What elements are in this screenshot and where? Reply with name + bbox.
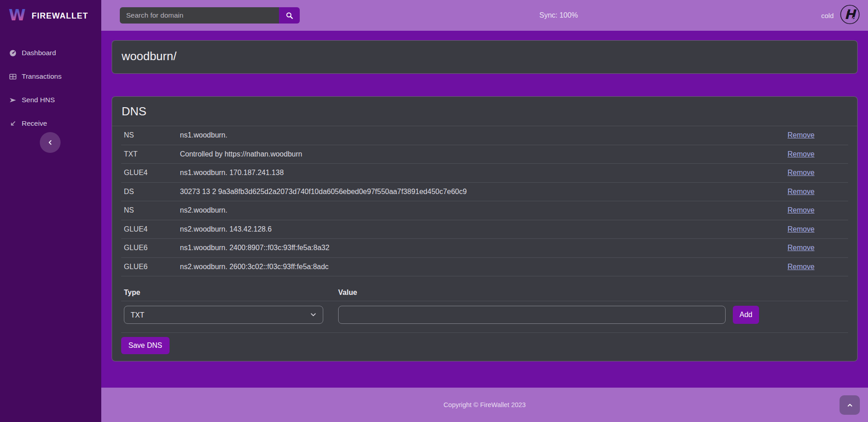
copyright-text: Copyright © FireWallet 2023 — [443, 401, 526, 408]
sidebar-item-label: Transactions — [22, 72, 61, 81]
dns-record-row: TXT Controlled by https://nathan.woodbur… — [121, 145, 848, 164]
dns-record-remove[interactable]: Remove — [788, 206, 815, 214]
dns-record-remove[interactable]: Remove — [788, 150, 815, 158]
dns-record-remove-cell: Remove — [788, 263, 848, 271]
svg-text:W: W — [9, 6, 26, 24]
sidebar-item-send-hns[interactable]: Send HNS — [0, 88, 101, 112]
sidebar-item-dashboard[interactable]: Dashboard — [0, 41, 101, 65]
dns-record-remove[interactable]: Remove — [788, 244, 815, 251]
dns-record-remove-cell: Remove — [788, 131, 848, 139]
wallet-name: cold — [821, 12, 834, 19]
dns-record-type: NS — [121, 131, 180, 139]
dns-table: NS ns1.woodburn. Remove TXT Controlled b… — [121, 126, 848, 333]
sidebar-nav: Dashboard Transactions Send HNS — [0, 41, 101, 135]
topbar: Sync: 100% cold H — [101, 0, 868, 31]
dns-card: DNS NS ns1.woodburn. Remove TXT Controll… — [112, 96, 858, 361]
dns-record-row: GLUE6 ns1.woodburn. 2400:8907::f03c:93ff… — [121, 239, 848, 258]
footer: Copyright © FireWallet 2023 — [101, 388, 868, 422]
search-button[interactable] — [279, 7, 300, 24]
dns-record-row: GLUE6 ns2.woodburn. 2600:3c02::f03c:93ff… — [121, 258, 848, 277]
value-column-header: Value — [338, 289, 848, 297]
dns-record-type: GLUE6 — [121, 263, 180, 271]
dns-records: NS ns1.woodburn. Remove TXT Controlled b… — [121, 126, 848, 276]
main-content: woodburn/ DNS NS ns1.woodburn. Remove TX… — [101, 31, 868, 388]
dns-record-value: ns1.woodburn. — [180, 131, 788, 139]
dns-record-row: GLUE4 ns1.woodburn. 170.187.241.138 Remo… — [121, 164, 848, 183]
dns-record-row: GLUE4 ns2.woodburn. 143.42.128.6 Remove — [121, 220, 848, 239]
dns-form-headers: Type Value — [121, 276, 848, 301]
dns-record-remove[interactable]: Remove — [788, 188, 815, 195]
type-select-cell: TXT — [121, 306, 338, 324]
chevron-up-icon — [847, 402, 853, 408]
dns-record-remove-cell: Remove — [788, 169, 848, 177]
dns-record-type: GLUE4 — [121, 225, 180, 233]
sidebar-collapse-button[interactable] — [40, 132, 61, 153]
sidebar-item-label: Receive — [22, 119, 47, 128]
sidebar-item-label: Send HNS — [22, 96, 55, 104]
dns-record-remove-cell: Remove — [788, 225, 848, 233]
dns-record-type: DS — [121, 188, 180, 196]
dns-record-remove-cell: Remove — [788, 188, 848, 196]
record-type-select[interactable]: TXT — [124, 306, 323, 324]
value-input-cell: Add — [338, 306, 848, 324]
dns-record-type: NS — [121, 206, 180, 214]
chevron-left-icon — [47, 139, 53, 146]
dns-record-remove[interactable]: Remove — [788, 131, 815, 139]
dns-record-type: GLUE4 — [121, 169, 180, 177]
dns-record-remove[interactable]: Remove — [788, 263, 815, 270]
brand[interactable]: W FIREWALLET — [0, 0, 101, 30]
sidebar-item-transactions[interactable]: Transactions — [0, 65, 101, 88]
handshake-hns-icon[interactable]: H — [840, 4, 860, 27]
wallet-area: cold H — [821, 0, 868, 31]
dns-record-remove-cell: Remove — [788, 244, 848, 252]
dns-record-value: ns1.woodburn. 2400:8907::f03c:93ff:fe5a:… — [180, 244, 788, 252]
transactions-table-icon — [9, 73, 17, 81]
save-dns-button[interactable]: Save DNS — [121, 337, 170, 354]
dns-record-row: DS 30273 13 2 9a3a8fb3d625d2a2073d740f10… — [121, 183, 848, 202]
dns-record-type: GLUE6 — [121, 244, 180, 252]
dns-record-value: Controlled by https://nathan.woodburn — [180, 150, 788, 158]
send-arrow-icon — [9, 96, 17, 104]
firewallet-app: W FIREWALLET Dashboard Trans — [0, 0, 868, 422]
dns-record-row: NS ns1.woodburn. Remove — [121, 126, 848, 145]
app-title: FIREWALLET — [32, 11, 88, 21]
dns-record-type: TXT — [121, 150, 180, 158]
firewallet-logo-icon: W — [8, 6, 26, 26]
dns-add-record-row: TXT Add — [121, 301, 848, 333]
svg-text:H: H — [844, 7, 857, 22]
domain-title-card: woodburn/ — [112, 40, 858, 74]
dns-record-remove-cell: Remove — [788, 150, 848, 158]
scroll-to-top-button[interactable] — [840, 395, 860, 415]
dns-record-remove-cell: Remove — [788, 206, 848, 214]
dns-record-remove[interactable]: Remove — [788, 225, 815, 233]
dns-record-value: ns2.woodburn. 143.42.128.6 — [180, 225, 788, 233]
add-record-button[interactable]: Add — [733, 306, 759, 324]
dashboard-gauge-icon — [9, 49, 17, 57]
dns-card-title: DNS — [112, 97, 857, 126]
dns-record-value: ns1.woodburn. 170.187.241.138 — [180, 169, 788, 177]
type-column-header: Type — [121, 289, 338, 297]
dns-record-value: 30273 13 2 9a3a8fb3d625d2a2073d740f10da6… — [180, 188, 788, 196]
domain-search-group — [120, 7, 300, 24]
dns-record-value: ns2.woodburn. 2600:3c02::f03c:93ff:fe5a:… — [180, 263, 788, 271]
dns-record-value: ns2.woodburn. — [180, 206, 788, 214]
search-input[interactable] — [120, 7, 279, 24]
sidebar-item-label: Dashboard — [22, 49, 56, 57]
sidebar: W FIREWALLET Dashboard Trans — [0, 0, 101, 422]
dns-record-remove[interactable]: Remove — [788, 169, 815, 176]
record-value-input[interactable] — [338, 306, 726, 324]
sync-status: Sync: 100% — [539, 0, 578, 31]
page-title: woodburn/ — [112, 41, 857, 72]
search-icon — [286, 12, 293, 19]
dns-record-row: NS ns2.woodburn. Remove — [121, 201, 848, 220]
receive-arrow-icon — [9, 120, 17, 128]
